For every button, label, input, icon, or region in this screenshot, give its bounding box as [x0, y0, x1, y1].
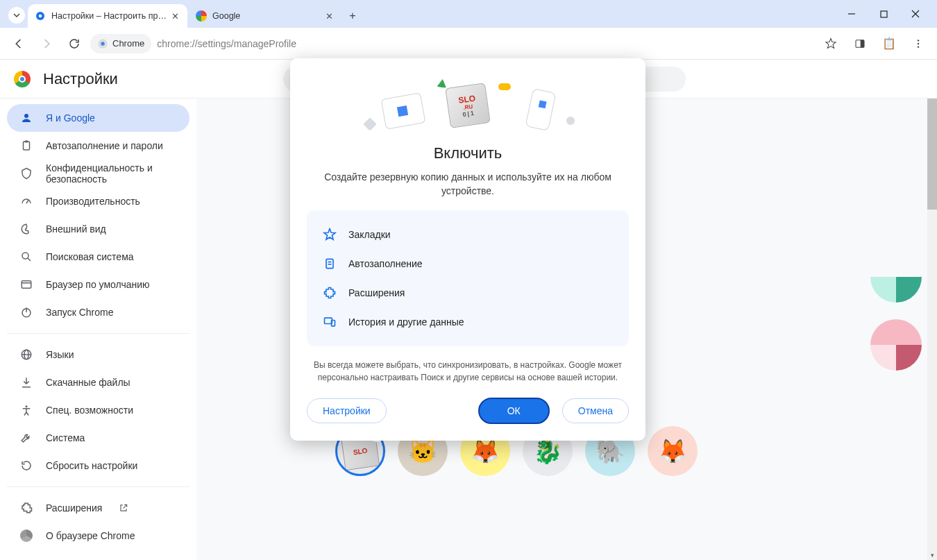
- tab-title: Google: [212, 11, 323, 21]
- sidebar-item-reset[interactable]: Сбросить настройки: [7, 452, 189, 480]
- close-window-button[interactable]: [900, 0, 931, 28]
- person-icon: [19, 111, 33, 125]
- chevron-down-icon: [13, 12, 20, 19]
- bookmark-star-button[interactable]: [819, 32, 843, 56]
- titlebar: Настройки – Настроить проф… ✕ Google ✕ +: [0, 0, 937, 28]
- diamond-icon: [363, 117, 377, 131]
- svg-point-1: [39, 15, 42, 18]
- devices-icon: [322, 314, 337, 330]
- sidebar-item-system[interactable]: Система: [7, 424, 189, 452]
- side-panel-button[interactable]: [848, 32, 872, 56]
- sidebar-item-on-startup[interactable]: Запуск Chrome: [7, 298, 189, 326]
- sidebar-item-label: Автозаполнение и пароли: [46, 140, 163, 151]
- sidebar-item-label: Запуск Chrome: [46, 307, 113, 318]
- avatar-option[interactable]: 🦊: [648, 426, 698, 476]
- tab-search-dropdown[interactable]: [8, 7, 25, 24]
- svg-rect-7: [861, 40, 864, 47]
- forward-button[interactable]: [35, 32, 58, 56]
- window-controls: [836, 0, 931, 28]
- feature-label: История и другие данные: [348, 316, 464, 328]
- sidebar-separator: [7, 333, 189, 334]
- feature-label: Расширения: [348, 287, 405, 298]
- dialog-hero: SLO.RU0|1: [307, 71, 629, 140]
- svg-point-13: [24, 114, 28, 118]
- sidebar-item-downloads[interactable]: Скачанные файлы: [7, 368, 189, 396]
- extension-button[interactable]: 📋: [877, 32, 901, 56]
- sidebar-separator: [7, 486, 189, 487]
- dialog-title: Включить: [307, 144, 629, 162]
- reset-icon: [19, 459, 33, 473]
- theme-swatch[interactable]: [870, 319, 922, 371]
- feature-autofill: Автозаполнение: [319, 249, 616, 278]
- sidebar-item-label: Языки: [46, 349, 74, 360]
- svg-point-17: [22, 253, 28, 259]
- svg-rect-15: [25, 141, 28, 143]
- profile-logo: SLO.RU0|1: [445, 83, 491, 128]
- svg-rect-31: [332, 321, 335, 326]
- star-icon: [322, 227, 337, 242]
- sidebar-item-appearance[interactable]: Внешний вид: [7, 215, 189, 243]
- minimize-button[interactable]: [836, 0, 868, 28]
- palette-icon: [19, 222, 33, 236]
- omnibox-url: chrome://settings/manageProfile: [157, 38, 296, 49]
- tab-title: Настройки – Настроить проф…: [51, 11, 169, 21]
- svg-rect-3: [881, 11, 887, 17]
- browser-tab-active[interactable]: Настройки – Настроить проф… ✕: [28, 4, 187, 28]
- feature-extensions: Расширения: [319, 278, 616, 307]
- download-icon: [19, 375, 33, 389]
- sidebar-item-label: Сбросить настройки: [46, 460, 137, 471]
- settings-sidebar: Я и Google Автозаполнение и пароли Конфи…: [0, 99, 196, 560]
- new-tab-button[interactable]: +: [343, 6, 362, 26]
- site-chip-label: Chrome: [112, 38, 144, 49]
- sidebar-item-about[interactable]: О браузере Chrome: [7, 522, 189, 550]
- browser-tab[interactable]: Google ✕: [189, 4, 341, 28]
- extension-icon: [322, 285, 337, 300]
- button-label: Отмена: [578, 405, 613, 416]
- back-button[interactable]: [7, 32, 31, 56]
- cancel-button[interactable]: Отмена: [562, 398, 629, 423]
- sidebar-item-me-and-google[interactable]: Я и Google: [7, 104, 189, 132]
- scrollbar-thumb[interactable]: [927, 99, 937, 210]
- sidebar-item-privacy[interactable]: Конфиденциальность и безопасность: [7, 160, 189, 187]
- tab-close-button[interactable]: ✕: [323, 10, 335, 22]
- chrome-logo-icon: [14, 71, 31, 87]
- dialog-fine-print: Вы всегда можете выбрать, что синхронизи…: [312, 359, 623, 384]
- triangle-icon: [437, 78, 448, 88]
- sidebar-item-label: О браузере Chrome: [46, 530, 135, 541]
- feature-label: Закладки: [348, 229, 391, 240]
- button-label: Настройки: [323, 405, 371, 416]
- svg-rect-14: [24, 142, 30, 150]
- menu-button[interactable]: [906, 32, 930, 56]
- site-chip[interactable]: Chrome: [90, 34, 151, 53]
- sidebar-item-autofill[interactable]: Автозаполнение и пароли: [7, 132, 189, 160]
- extension-icon: [19, 501, 33, 515]
- sidebar-item-languages[interactable]: Языки: [7, 341, 189, 368]
- reload-button[interactable]: [62, 32, 86, 56]
- external-link-icon: [119, 503, 128, 513]
- clipboard-icon: [19, 139, 33, 153]
- tab-close-button[interactable]: ✕: [169, 10, 180, 22]
- omnibox[interactable]: Chrome chrome://settings/manageProfile: [90, 32, 815, 56]
- svg-point-8: [918, 40, 919, 41]
- sidebar-item-accessibility[interactable]: Спец. возможности: [7, 396, 189, 424]
- svg-point-26: [26, 405, 28, 407]
- sidebar-item-label: Спец. возможности: [46, 405, 133, 416]
- maximize-button[interactable]: [868, 0, 900, 28]
- dialog-subtitle: Создайте резервную копию данных и исполь…: [322, 171, 614, 198]
- shield-icon: [19, 167, 33, 180]
- ok-button[interactable]: ОК: [478, 398, 550, 424]
- sidebar-item-extensions[interactable]: Расширения: [7, 494, 189, 522]
- feature-history: История и другие данные: [319, 307, 616, 337]
- theme-swatch[interactable]: [870, 251, 922, 303]
- sidebar-item-label: Поисковая система: [46, 251, 134, 262]
- sidebar-item-performance[interactable]: Производительность: [7, 187, 189, 215]
- speedometer-icon: [19, 194, 33, 208]
- sidebar-item-default-browser[interactable]: Браузер по умолчанию: [7, 271, 189, 298]
- sidebar-item-search-engine[interactable]: Поисковая система: [7, 243, 189, 271]
- scrollbar-down-arrow[interactable]: ▾: [927, 550, 937, 560]
- svg-line-18: [28, 258, 31, 261]
- search-icon: [19, 250, 33, 264]
- settings-button[interactable]: Настройки: [307, 398, 387, 423]
- sidebar-item-label: Я и Google: [46, 112, 95, 124]
- feature-bookmarks: Закладки: [319, 220, 616, 249]
